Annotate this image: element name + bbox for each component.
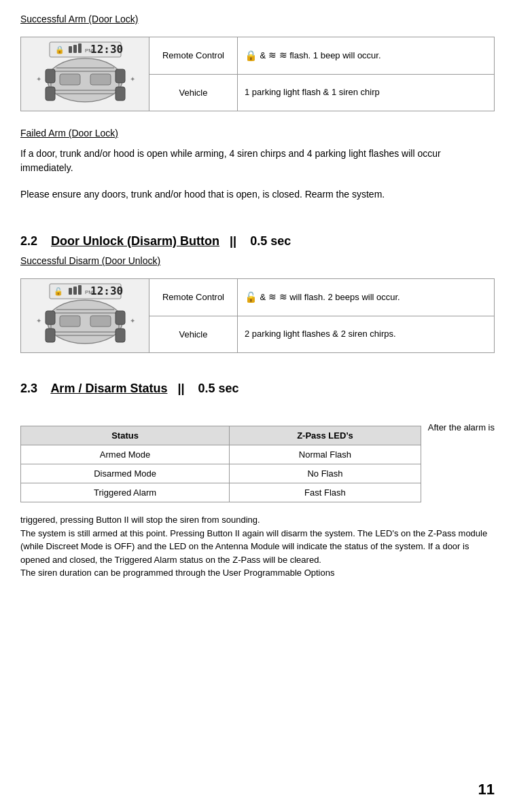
triggered-alarm-led: Fast Flash xyxy=(230,483,421,502)
page-number: 11 xyxy=(478,781,495,798)
svg-rect-35 xyxy=(116,311,125,325)
disarmed-mode-led: No Flash xyxy=(230,464,421,483)
ampersand-1: & xyxy=(258,50,268,62)
svg-text:✦: ✦ xyxy=(130,75,135,83)
svg-text:🔓: 🔓 xyxy=(54,287,63,296)
disarm-remote-value: 🔓 & ≋ ≋ will flash. 2 beeps will occur. xyxy=(238,279,494,316)
svg-rect-22 xyxy=(73,287,77,295)
disarm-remote-row: Remote Control 🔓 & ≋ ≋ will flash. 2 bee… xyxy=(149,279,494,316)
status-col-header: Status xyxy=(21,426,230,445)
led-col-header: Z-Pass LED’s xyxy=(230,426,421,445)
svg-text:12:30: 12:30 xyxy=(90,43,123,56)
svg-rect-15 xyxy=(46,69,55,83)
car-illustration-arm: 🔒 PM 12:30 ✦ ✦ xyxy=(29,41,141,107)
svg-rect-23 xyxy=(78,285,82,295)
svg-text:12:30: 12:30 xyxy=(90,284,123,297)
table-row: Armed Mode Normal Flash xyxy=(21,445,421,464)
svg-rect-37 xyxy=(116,329,125,342)
disarmed-mode-status: Disarmed Mode xyxy=(21,464,230,483)
arm-remote-value: 🔒 & ≋ ≋ flash. 1 beep will occur. xyxy=(238,37,494,74)
status-heading: 2.3 Arm / Disarm Status || 0.5 sec xyxy=(20,382,495,396)
svg-rect-9 xyxy=(60,74,80,85)
arm-vehicle-label: Vehicle xyxy=(149,75,238,111)
svg-rect-21 xyxy=(69,288,72,295)
ampersand-2: & xyxy=(258,291,268,303)
successful-disarm-title: Successful Disarm (Door Unlock) xyxy=(20,255,495,266)
unlock-icon: 🔓 xyxy=(245,290,258,304)
svg-text:✦: ✦ xyxy=(36,75,41,83)
heading-2-3-prefix: 2.3 xyxy=(20,382,37,395)
status-body-text: triggered, pressing Button II will stop … xyxy=(20,513,495,580)
disarm-vehicle-label: Vehicle xyxy=(149,316,238,353)
arm-remote-label: Remote Control xyxy=(149,37,238,74)
wave-icon-3: ≋ xyxy=(268,291,277,304)
heading-2-3-main: Arm / Disarm Status xyxy=(50,382,167,395)
svg-rect-10 xyxy=(90,74,111,85)
svg-text:✦: ✦ xyxy=(130,317,135,325)
failed-arm-para2: Please ensure any doors, trunk and/or ho… xyxy=(20,187,495,202)
wave-icon-1: ≋ xyxy=(268,49,277,62)
lock-icon: 🔒 xyxy=(245,48,258,62)
svg-text:✦: ✦ xyxy=(36,317,41,325)
disarm-remote-label: Remote Control xyxy=(149,279,238,316)
heading-2-2-prefix: 2.2 xyxy=(20,234,37,248)
disarm-diagram-row: 🔓 PM 12:30 ✦ ✦ Re xyxy=(20,278,495,353)
heading-2-3-symbol: || xyxy=(177,382,184,395)
arm-info-table: Remote Control 🔒 & ≋ ≋ flash. 1 beep wil… xyxy=(149,37,495,111)
successful-arm-section: Successful Arm (Door Lock) 🔒 PM 12:30 xyxy=(20,14,495,111)
heading-2-2-symbol: || xyxy=(230,234,236,248)
successful-arm-title: Successful Arm (Door Lock) xyxy=(20,14,495,24)
armed-mode-led: Normal Flash xyxy=(230,445,421,464)
svg-rect-4 xyxy=(78,43,82,53)
failed-arm-section: Failed Arm (Door Lock) If a door, trunk … xyxy=(20,128,495,202)
table-row: Disarmed Mode No Flash xyxy=(21,464,421,483)
triggered-alarm-status: Triggered Alarm xyxy=(21,483,230,502)
disarm-vehicle-value: 2 parking light flashes & 2 siren chirps… xyxy=(238,316,494,353)
heading-2-2-suffix: 0.5 sec xyxy=(250,234,291,248)
table-row: Triggered Alarm Fast Flash xyxy=(21,483,421,502)
svg-rect-36 xyxy=(46,329,55,342)
svg-rect-3 xyxy=(73,45,77,53)
svg-rect-2 xyxy=(69,46,72,53)
arm-vehicle-row: Vehicle 1 parking light flash & 1 siren … xyxy=(149,75,494,111)
arm-remote-text: flash. 1 beep will occur. xyxy=(289,50,380,62)
arm-car-diagram: 🔒 PM 12:30 ✦ ✦ xyxy=(20,37,149,111)
svg-rect-18 xyxy=(116,87,125,100)
svg-rect-29 xyxy=(90,316,111,327)
status-table: Status Z-Pass LED’s Armed Mode Normal Fl… xyxy=(20,426,421,502)
armed-mode-status: Armed Mode xyxy=(21,445,230,464)
failed-arm-para1: If a door, trunk and/or hood is open whi… xyxy=(20,147,495,175)
svg-rect-34 xyxy=(46,311,55,325)
wave-icon-4: ≋ xyxy=(279,291,287,304)
door-unlock-heading: 2.2 Door Unlock (Disarm) Button || 0.5 s… xyxy=(20,234,495,248)
disarm-car-diagram: 🔓 PM 12:30 ✦ ✦ xyxy=(20,278,149,353)
failed-arm-title: Failed Arm (Door Lock) xyxy=(20,128,495,139)
after-alarm-note: After the alarm is xyxy=(428,419,495,434)
door-unlock-section: 2.2 Door Unlock (Disarm) Button || 0.5 s… xyxy=(20,234,495,353)
heading-2-3-suffix: 0.5 sec xyxy=(198,382,239,395)
arm-diagram-row: 🔒 PM 12:30 ✦ ✦ xyxy=(20,37,495,111)
svg-text:🔒: 🔒 xyxy=(55,45,65,54)
arm-disarm-status-section: 2.3 Arm / Disarm Status || 0.5 sec Statu… xyxy=(20,382,495,580)
disarm-info-table: Remote Control 🔓 & ≋ ≋ will flash. 2 bee… xyxy=(149,278,495,353)
disarm-remote-text: will flash. 2 beeps will occur. xyxy=(289,291,400,303)
arm-remote-row: Remote Control 🔒 & ≋ ≋ flash. 1 beep wil… xyxy=(149,37,494,75)
heading-2-2-main: Door Unlock (Disarm) Button xyxy=(51,234,219,248)
status-table-wrap: Status Z-Pass LED’s Armed Mode Normal Fl… xyxy=(20,419,495,509)
svg-rect-28 xyxy=(60,316,80,327)
arm-vehicle-value: 1 parking light flash & 1 siren chirp xyxy=(238,75,494,111)
disarm-vehicle-row: Vehicle 2 parking light flashes & 2 sire… xyxy=(149,316,494,353)
svg-rect-17 xyxy=(46,87,55,100)
car-illustration-disarm: 🔓 PM 12:30 ✦ ✦ xyxy=(29,282,141,349)
wave-icon-2: ≋ xyxy=(279,49,287,62)
svg-rect-16 xyxy=(116,69,125,83)
